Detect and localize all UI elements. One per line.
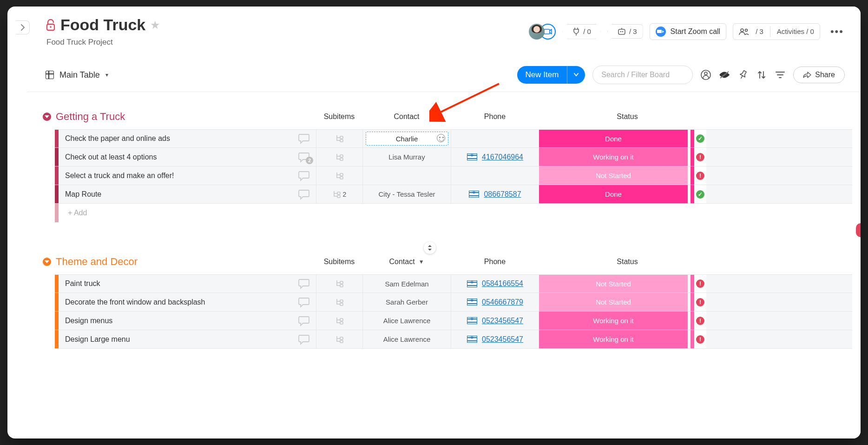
- item-name[interactable]: Design Large menu: [59, 330, 293, 348]
- add-item-row[interactable]: + Add: [55, 204, 710, 222]
- subitems-cell[interactable]: [316, 130, 362, 147]
- status-cell[interactable]: Working on it: [539, 148, 688, 166]
- phone-cell[interactable]: 0523456547: [451, 312, 539, 330]
- subitems-cell[interactable]: [316, 166, 362, 185]
- collapse-toggle[interactable]: [43, 113, 51, 121]
- phone-cell[interactable]: [451, 130, 539, 147]
- table-row[interactable]: Design Large menu Alice Lawrence 0523456…: [55, 330, 710, 349]
- phone-value[interactable]: 0523456547: [482, 317, 523, 325]
- phone-value[interactable]: 4167046964: [482, 153, 523, 161]
- contact-editing-input[interactable]: Charlie: [366, 132, 448, 146]
- emoji-picker-icon[interactable]: [437, 134, 445, 142]
- status-cell[interactable]: Not Started: [539, 293, 688, 311]
- column-phone[interactable]: Phone: [451, 113, 539, 121]
- status-cell[interactable]: Done: [539, 185, 688, 203]
- new-item-dropdown[interactable]: [567, 66, 585, 84]
- subitems-cell[interactable]: 2: [316, 185, 362, 203]
- contact-cell[interactable]: [362, 166, 451, 185]
- integrations-chip[interactable]: / 0: [562, 24, 601, 39]
- status-cell[interactable]: Not Started: [539, 275, 688, 292]
- table-row[interactable]: Check the paper and online ads Charlie D…: [55, 129, 710, 148]
- item-name[interactable]: Check the paper and online ads: [59, 130, 293, 147]
- contact-cell[interactable]: Alice Lawrence: [362, 330, 451, 348]
- status-flag-strip: [690, 166, 694, 185]
- phone-cell[interactable]: 4167046964: [451, 148, 539, 166]
- star-icon[interactable]: ★: [150, 19, 160, 32]
- group: Getting a Truck Subitems Contact Phone S…: [43, 111, 710, 222]
- table-row[interactable]: Select a truck and make an offer! Not St…: [55, 166, 710, 185]
- start-zoom-button[interactable]: Start Zoom call: [650, 23, 710, 40]
- subitems-cell[interactable]: [316, 148, 362, 166]
- board-header: Food Truck ★ Food Truck Project / 0: [27, 16, 710, 49]
- item-name[interactable]: Select a truck and make an offer!: [59, 166, 293, 185]
- row-badge: !: [694, 312, 706, 330]
- column-resize-handle[interactable]: [424, 242, 436, 254]
- automations-chip[interactable]: / 3: [607, 24, 643, 39]
- phone-cell[interactable]: [451, 166, 539, 185]
- subitems-cell[interactable]: [316, 293, 362, 311]
- column-status[interactable]: Status: [553, 113, 702, 121]
- group-title[interactable]: Theme and Decor: [56, 256, 316, 268]
- table-row[interactable]: Decorate the front window and backsplash…: [55, 293, 710, 312]
- view-picker[interactable]: Main Table ▾: [46, 70, 108, 80]
- status-cell[interactable]: Done: [539, 130, 688, 147]
- column-subitems[interactable]: Subitems: [316, 113, 362, 121]
- status-cell[interactable]: Not Started: [539, 166, 688, 185]
- item-name[interactable]: Paint truck: [59, 275, 293, 292]
- chat-icon[interactable]: [293, 166, 316, 185]
- chat-icon[interactable]: [293, 330, 316, 348]
- column-menu-icon[interactable]: ▼: [419, 259, 424, 265]
- phone-value[interactable]: 0523456547: [482, 335, 523, 344]
- phone-cell[interactable]: 086678587: [451, 185, 539, 203]
- phone-cell[interactable]: 0546667879: [451, 293, 539, 311]
- contact-cell[interactable]: Sarah Gerber: [362, 293, 451, 311]
- column-phone[interactable]: Phone: [451, 258, 539, 266]
- expand-sidebar-handle[interactable]: [16, 20, 30, 34]
- status-cell[interactable]: Working on it: [539, 330, 688, 348]
- chat-icon[interactable]: [293, 312, 316, 330]
- contact-cell[interactable]: Sam Edelman: [362, 275, 451, 292]
- contact-cell[interactable]: Alice Lawrence: [362, 312, 451, 330]
- chat-icon[interactable]: [293, 293, 316, 311]
- item-name[interactable]: Map Route: [59, 185, 293, 203]
- contact-cell[interactable]: Charlie: [362, 130, 451, 147]
- subitems-cell[interactable]: [316, 312, 362, 330]
- contact-cell[interactable]: Lisa Murray: [362, 148, 451, 166]
- chat-icon[interactable]: [293, 275, 316, 292]
- phone-value[interactable]: 0584166554: [482, 279, 523, 288]
- item-name[interactable]: Check out at least 4 options: [59, 148, 293, 166]
- board-description[interactable]: Food Truck Project: [46, 38, 160, 47]
- svg-rect-12: [340, 136, 343, 139]
- phone-value[interactable]: 086678587: [484, 190, 521, 199]
- item-name[interactable]: Decorate the front window and backsplash: [59, 293, 293, 311]
- column-contact[interactable]: Contact ▼: [362, 258, 451, 266]
- contact-value: Alice Lawrence: [383, 317, 431, 325]
- chevron-down-icon: ▾: [105, 72, 108, 78]
- table-row[interactable]: Paint truck Sam Edelman 0584166554 Not S…: [55, 274, 710, 293]
- board-members-avatars[interactable]: [529, 24, 556, 40]
- column-contact[interactable]: Contact: [362, 113, 451, 121]
- phone-value[interactable]: 0546667879: [482, 298, 523, 306]
- phone-cell[interactable]: 0523456547: [451, 330, 539, 348]
- column-status[interactable]: Status: [553, 258, 702, 266]
- collapse-toggle[interactable]: [43, 258, 51, 266]
- group-title[interactable]: Getting a Truck: [56, 111, 316, 123]
- table-row[interactable]: Check out at least 4 options 2 Lisa Murr…: [55, 148, 710, 166]
- board-title[interactable]: Food Truck: [60, 16, 145, 34]
- chat-icon[interactable]: [293, 130, 316, 147]
- status-cell[interactable]: Working on it: [539, 312, 688, 330]
- chat-icon[interactable]: 2: [293, 148, 316, 166]
- subitems-cell[interactable]: [316, 330, 362, 348]
- board-body: Getting a Truck Subitems Contact Phone S…: [27, 92, 710, 352]
- contact-cell[interactable]: City - Tessa Tesler: [362, 185, 451, 203]
- column-subitems[interactable]: Subitems: [316, 258, 362, 266]
- table-row[interactable]: Map Route 2 City - Tessa Tesler 08667858…: [55, 185, 710, 204]
- phone-cell[interactable]: 0584166554: [451, 275, 539, 292]
- chat-icon[interactable]: [293, 185, 316, 203]
- person-filter-icon[interactable]: [700, 69, 710, 80]
- item-name[interactable]: Design menus: [59, 312, 293, 330]
- new-item-button[interactable]: New Item: [517, 66, 585, 84]
- table-row[interactable]: Design menus Alice Lawrence 0523456547 W…: [55, 312, 710, 330]
- subitems-cell[interactable]: [316, 275, 362, 292]
- search-input[interactable]: [592, 66, 693, 84]
